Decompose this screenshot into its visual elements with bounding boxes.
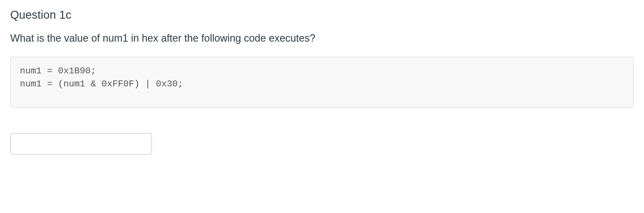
answer-input[interactable] — [10, 133, 152, 155]
code-block: num1 = 0x1B90; num1 = (num1 & 0xFF0F) | … — [10, 57, 634, 108]
code-line: num1 = 0x1B90; — [20, 65, 624, 78]
code-line: num1 = (num1 & 0xFF0F) | 0x30; — [20, 78, 624, 91]
question-prompt: What is the value of num1 in hex after t… — [10, 31, 634, 45]
question-title: Question 1c — [10, 8, 634, 21]
